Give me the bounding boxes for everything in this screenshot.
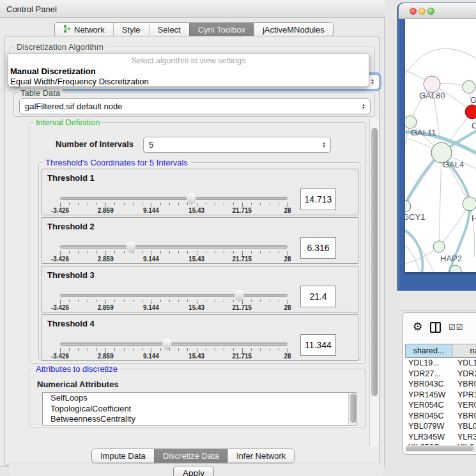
table-row[interactable]: YBR043CYBR0 <box>405 379 476 390</box>
threshold-1-value: 14.713 <box>305 194 332 204</box>
combo-stepper-icon: ▲▼ <box>362 104 365 110</box>
table-data-combobox[interactable]: galFiltered.sif default node ▲▼ <box>19 98 371 114</box>
apply-button-label: Apply <box>183 468 204 476</box>
column-header-shared-name[interactable]: shared... <box>405 344 452 358</box>
column-header-name[interactable]: na <box>452 344 476 358</box>
combo-stepper-icon: ▲▼ <box>371 79 374 85</box>
columns-icon[interactable] <box>430 322 441 333</box>
interval-definition-group: Interval Definition Number of Intervals … <box>29 122 366 364</box>
threshold-2-slider[interactable] <box>60 245 288 249</box>
table-data-group: Table Data galFiltered.sif default node … <box>13 93 375 117</box>
threshold-4-tick-labels: -3.4262.8599.14415.4321.71528 <box>60 353 288 360</box>
node-label-gal80: GAL80 <box>419 91 445 100</box>
tab-network[interactable]: Network <box>55 23 113 36</box>
table-row[interactable]: YBL079WYBL0 <box>405 421 476 432</box>
threshold-3-value: 21.4 <box>309 291 326 302</box>
node-label-g: G. <box>470 95 476 105</box>
tab-style-label: Style <box>122 25 141 35</box>
algorithm-popup: Select algorithm to view settings Manual… <box>8 53 369 87</box>
network-window-titlebar <box>399 3 476 19</box>
threshold-4-value: 11.344 <box>305 340 332 350</box>
node-hap2[interactable] <box>433 241 445 252</box>
thresholds-group-title: Threshold's Coordinates for 5 Intervals <box>43 158 190 167</box>
table-header-row: shared... na <box>405 344 476 358</box>
combo-stepper-icon: ▲▼ <box>322 142 326 148</box>
algorithm-popup-hint: Select algorithm to view settings <box>8 56 369 65</box>
select-columns-icons[interactable]: ☑☑ <box>449 323 464 332</box>
number-of-intervals-combobox[interactable]: 5 ▲▼ <box>143 137 331 153</box>
node-h[interactable] <box>463 197 476 211</box>
number-of-intervals-label: Number of Intervals <box>56 139 134 149</box>
table-row[interactable]: YPR145WYPR1 <box>405 390 476 401</box>
tab-jactivemnodules[interactable]: jActiveMNodules <box>254 23 333 36</box>
tab-discretize-data[interactable]: Discretize Data <box>154 449 227 463</box>
window-title: Control Panel <box>6 4 57 14</box>
threshold-3-panel: Threshold 3 -3.4262.8599.14415.4321.7152… <box>42 266 358 312</box>
popup-item-manual-discretization[interactable]: Manual Discretization <box>10 66 96 76</box>
tab-infer-network-label: Infer Network <box>236 451 286 461</box>
node-label-h: H <box>472 213 476 223</box>
thresholds-group: Threshold's Coordinates for 5 Intervals … <box>38 162 360 360</box>
network-icon <box>63 24 71 35</box>
node-red-selected[interactable] <box>465 105 476 119</box>
table-row[interactable]: YDR27...YDR2 <box>405 369 476 380</box>
network-canvas[interactable]: GAL80 G. C GAL11 GAL4 GCY1 H HAP2 <box>405 19 476 272</box>
list-item[interactable]: BetweennessCentrality <box>43 414 356 425</box>
threshold-1-value-field[interactable]: 14.713 <box>300 188 336 210</box>
node-label-c: C <box>472 121 476 130</box>
gear-icon[interactable]: ⚙ <box>413 320 422 334</box>
control-panel-window: Control Panel ✕ Network Style Select Cyn… <box>0 0 385 466</box>
threshold-2-value: 6.316 <box>307 243 329 253</box>
table-horizontal-scrollbar-thumb[interactable] <box>406 446 473 451</box>
tab-select[interactable]: Select <box>149 23 189 36</box>
network-view-window: GAL80 G. C GAL11 GAL4 GCY1 H HAP2 <box>397 3 476 291</box>
discretization-algorithm-group-title: Discretization Algorithm <box>14 42 106 52</box>
interval-definition-group-title: Interval Definition <box>33 118 102 127</box>
threshold-4-label: Threshold 4 <box>47 319 95 328</box>
zoom-traffic-light-icon[interactable] <box>427 8 434 15</box>
minimize-traffic-light-icon[interactable] <box>418 8 426 15</box>
node-top-right[interactable] <box>463 81 475 93</box>
node-gal11[interactable] <box>405 116 417 128</box>
list-item[interactable]: TopologicalCoefficient <box>43 404 356 415</box>
tab-discretize-data-label: Discretize Data <box>163 451 219 461</box>
node-gcy1[interactable] <box>405 201 411 212</box>
table-horizontal-scrollbar[interactable] <box>405 445 476 452</box>
table-data-combobox-value: galFiltered.sif default node <box>25 102 122 111</box>
table-row[interactable]: YER054CYER0 <box>405 400 476 411</box>
tab-select-label: Select <box>158 25 181 35</box>
table-row[interactable]: YBR045CYBR0 <box>405 411 476 422</box>
control-panel-titlebar: Control Panel ✕ <box>0 0 385 18</box>
threshold-3-slider[interactable] <box>60 294 288 297</box>
control-panel-scrollbar-thumb[interactable] <box>371 128 378 396</box>
apply-bar: Apply <box>9 463 383 476</box>
threshold-2-value-field[interactable]: 6.316 <box>300 237 336 259</box>
threshold-2-panel: Threshold 2 -3.4262.8599.14415.4321.7152… <box>42 217 358 264</box>
table-row[interactable]: YLR345WYLR3 <box>405 432 476 443</box>
threshold-3-value-field[interactable]: 21.4 <box>300 286 336 307</box>
list-scrollbar[interactable] <box>348 393 356 425</box>
threshold-1-slider[interactable] <box>60 197 288 200</box>
list-item[interactable]: SelfLoops <box>43 393 356 404</box>
bottom-tab-bar: Impute Data Discretize Data Infer Networ… <box>91 449 295 463</box>
apply-button[interactable]: Apply <box>173 466 214 476</box>
table-row[interactable]: YDL19...YDL1 <box>405 358 476 369</box>
tab-network-label: Network <box>74 25 105 35</box>
threshold-1-label: Threshold 1 <box>47 173 95 183</box>
tab-impute-data[interactable]: Impute Data <box>92 449 154 463</box>
cyni-toolbox-panel: Discretization Algorithm ▲▼ Table Data g… <box>4 36 380 466</box>
network-graph: GAL80 G. C GAL11 GAL4 GCY1 H HAP2 <box>405 19 476 272</box>
threshold-4-slider[interactable] <box>60 342 288 346</box>
threshold-4-value-field[interactable]: 11.344 <box>300 334 336 356</box>
tab-style[interactable]: Style <box>113 23 149 36</box>
attributes-group-title: Attributes to discretize <box>33 364 120 374</box>
tab-infer-network[interactable]: Infer Network <box>227 449 294 463</box>
popup-item-equal-width-frequency[interactable]: Equal Width/Frequency Discretization <box>10 77 149 86</box>
threshold-3-label: Threshold 3 <box>47 270 95 280</box>
table-data-group-title: Table Data <box>18 88 63 98</box>
tab-cyni-toolbox[interactable]: Cyni Toolbox <box>189 23 254 36</box>
node-label-gal11: GAL11 <box>411 128 436 137</box>
node-label-gcy1: GCY1 <box>405 212 425 222</box>
node-label-hap2: HAP2 <box>440 254 462 263</box>
close-traffic-light-icon[interactable] <box>410 8 417 15</box>
